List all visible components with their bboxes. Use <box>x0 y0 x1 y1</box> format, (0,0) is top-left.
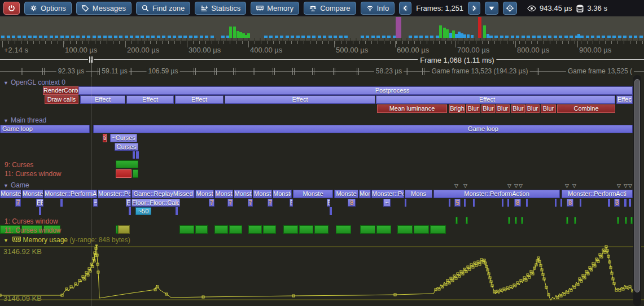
zone-bar[interactable]: Monste <box>334 190 358 198</box>
zone-bar[interactable] <box>336 225 351 234</box>
zone-bar[interactable]: Blur <box>481 104 495 113</box>
zone-bar[interactable] <box>214 225 228 234</box>
zone-bar[interactable]: Mons <box>405 190 432 198</box>
zone-bar[interactable] <box>397 225 413 234</box>
zone-bar[interactable] <box>515 217 517 224</box>
zone-bar[interactable]: ti <box>103 134 107 142</box>
zone-bar[interactable]: Monster::PerformActi <box>562 190 633 198</box>
center-view-button[interactable] <box>503 2 517 15</box>
zone-bar[interactable]: Monst <box>234 190 252 198</box>
zone-bar[interactable]: ~ <box>93 199 98 207</box>
messages-button[interactable]: Messages <box>76 2 132 15</box>
zone-bar[interactable]: Game loop <box>93 125 633 133</box>
zone-bar[interactable]: Effect <box>225 95 375 104</box>
zone-bar[interactable] <box>473 199 475 207</box>
zone-bar[interactable] <box>508 217 510 224</box>
zone-bar[interactable] <box>574 217 576 224</box>
zone-bar[interactable]: 7 <box>15 199 21 207</box>
zone-bar[interactable]: F <box>327 199 330 207</box>
zone-bar[interactable]: Monste <box>273 190 292 198</box>
section-game-header[interactable]: ▼Game <box>3 181 29 189</box>
zone-bar[interactable] <box>430 225 446 234</box>
zone-bar[interactable] <box>580 199 581 207</box>
zone-bar[interactable] <box>229 225 242 234</box>
zone-bar[interactable] <box>414 225 429 234</box>
frame-time-graph[interactable] <box>0 16 644 41</box>
zone-bar[interactable]: Blur <box>511 104 525 113</box>
zone-bar[interactable]: Monste <box>293 190 333 198</box>
zone-bar[interactable]: Postprocess <box>78 86 633 95</box>
zone-bar[interactable] <box>624 199 627 207</box>
zone-bar[interactable]: Brigh <box>449 104 465 113</box>
zone-bar[interactable]: Draw calls <box>45 95 78 104</box>
zone-bar[interactable] <box>133 151 135 159</box>
section-main-thread-header[interactable]: ▼Main thread <box>3 116 46 124</box>
zone-bar[interactable] <box>263 225 276 234</box>
zone-bar[interactable]: ~50 <box>135 207 151 215</box>
zone-bar[interactable] <box>39 207 41 215</box>
section-opengl-header[interactable]: ▼OpenGL context 0 <box>3 78 65 86</box>
zone-bar[interactable]: Monster::Pe <box>98 190 131 198</box>
zone-bar[interactable] <box>455 217 458 224</box>
zone-bar[interactable]: Combine <box>557 104 615 113</box>
zone-bar[interactable] <box>405 199 406 207</box>
zone-bar[interactable] <box>449 199 450 207</box>
compare-button[interactable]: Compare <box>304 2 356 15</box>
zone-bar[interactable]: 5 <box>454 199 461 207</box>
zone-bar[interactable] <box>625 217 627 224</box>
scrollbar-thumb[interactable] <box>634 79 640 292</box>
zone-bar[interactable]: 3 <box>614 199 620 207</box>
power-button[interactable] <box>3 2 20 15</box>
zone-bar[interactable] <box>118 225 130 234</box>
zone-bar[interactable]: Monste <box>22 190 43 198</box>
zone-bar[interactable] <box>466 217 468 224</box>
zone-bar[interactable]: Effect <box>376 95 615 104</box>
zone-bar[interactable] <box>248 225 262 234</box>
zone-bar[interactable]: Blur <box>525 104 540 113</box>
zone-bar[interactable]: ~ <box>383 199 391 207</box>
zone-bar[interactable] <box>136 151 139 159</box>
prev-frame-button[interactable] <box>399 2 411 15</box>
zone-bar[interactable]: Monst <box>214 190 233 198</box>
zone-bar[interactable] <box>195 225 208 234</box>
options-button[interactable]: Options <box>24 2 72 15</box>
zone-bar[interactable]: Floor::Floor::Calc <box>132 199 180 207</box>
zone-bar[interactable] <box>507 199 509 207</box>
zone-bar[interactable] <box>464 199 466 207</box>
zone-bar[interactable]: 7 <box>268 199 273 207</box>
zone-bar[interactable]: Mean luminance <box>377 104 447 113</box>
zone-bar[interactable]: 7 <box>248 199 253 207</box>
zone-bar[interactable] <box>299 225 313 234</box>
zone-bar[interactable] <box>116 169 132 178</box>
zone-bar[interactable]: Monster::PerformA <box>44 190 97 198</box>
zone-bar[interactable] <box>629 199 631 207</box>
zone-bar[interactable]: ~Curses <box>110 134 137 142</box>
zone-bar[interactable]: Monster::PerformAction <box>433 190 560 198</box>
zone-bar[interactable] <box>555 199 557 207</box>
zone-bar[interactable] <box>376 225 391 234</box>
zone-bar[interactable] <box>521 217 523 224</box>
zone-bar[interactable]: Monst <box>195 190 214 198</box>
next-frame-button[interactable] <box>468 2 480 15</box>
zone-bar[interactable] <box>133 169 138 178</box>
info-button[interactable]: Info <box>361 2 395 15</box>
zone-bar[interactable] <box>502 199 503 207</box>
zone-bar[interactable]: Blur <box>496 104 510 113</box>
zone-bar[interactable] <box>129 207 131 215</box>
zone-bar[interactable] <box>526 199 528 207</box>
statistics-button[interactable]: Statistics <box>195 2 246 15</box>
zone-bar[interactable]: Mons <box>359 190 371 198</box>
zone-bar[interactable] <box>176 207 178 215</box>
zone-bar[interactable]: F <box>290 199 293 207</box>
zone-bar[interactable]: Blur <box>466 104 480 113</box>
zone-bar[interactable]: Monste <box>0 190 21 198</box>
zone-bar[interactable]: F <box>126 199 131 207</box>
zone-bar[interactable] <box>630 217 633 224</box>
zone-bar[interactable]: 7 <box>227 199 233 207</box>
zone-bar[interactable] <box>314 225 328 234</box>
zone-bar[interactable]: Effect <box>80 95 125 104</box>
zone-bar[interactable] <box>330 207 332 215</box>
zone-bar[interactable]: RenderConte <box>43 86 78 95</box>
memory-button[interactable]: Memory <box>251 2 299 15</box>
section-memory-header[interactable]: ▼ Memory usage (y-range: 848 bytes) <box>3 236 130 244</box>
